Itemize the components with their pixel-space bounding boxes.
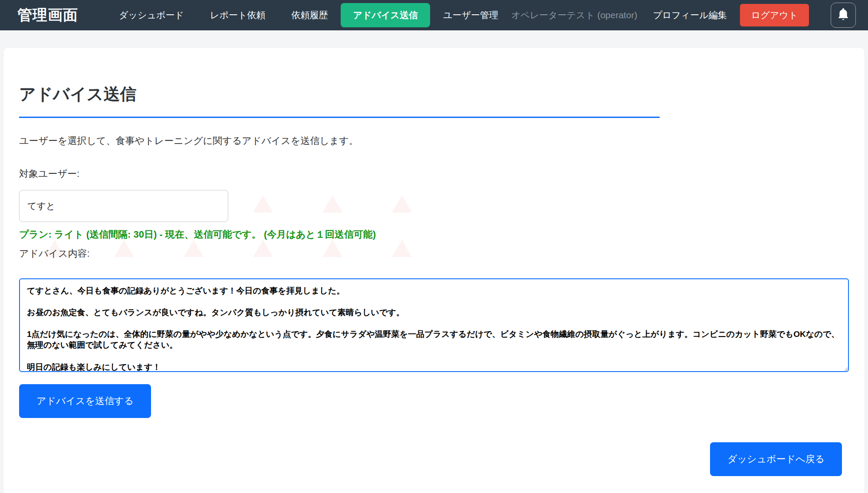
app-title: 管理画面 bbox=[17, 5, 78, 25]
advice-content-label: アドバイス内容: bbox=[19, 247, 849, 260]
page-description: ユーザーを選択して、食事やトレーニングに関するアドバイスを送信します。 bbox=[19, 134, 849, 147]
nav-item-advice-send[interactable]: アドバイス送信 bbox=[341, 3, 430, 27]
notifications-button[interactable] bbox=[831, 3, 856, 28]
nav-item-user-management[interactable]: ユーザー管理 bbox=[430, 4, 511, 26]
logged-in-user: オペレーターテスト (operator) bbox=[511, 9, 637, 21]
back-button-row: ダッシュボードへ戻る bbox=[19, 442, 849, 476]
logout-button[interactable]: ログアウト bbox=[740, 4, 809, 26]
main-nav: ダッシュボード レポート依頼 依頼履歴 アドバイス送信 ユーザー管理 bbox=[106, 3, 511, 27]
title-underline bbox=[19, 117, 660, 118]
advice-form-card: アドバイス送信 ユーザーを選択して、食事やトレーニングに関するアドバイスを送信し… bbox=[3, 48, 865, 493]
profile-edit-link[interactable]: プロフィール編集 bbox=[653, 9, 727, 21]
nav-item-report-request[interactable]: レポート依頼 bbox=[197, 4, 278, 26]
target-user-label: 対象ユーザー: bbox=[19, 167, 849, 180]
send-button-row: アドバイスを送信する bbox=[19, 384, 849, 418]
plan-status-message: プラン: ライト (送信間隔: 30日) - 現在、送信可能です。 (今月はあと… bbox=[19, 228, 849, 241]
nav-item-request-history[interactable]: 依頼履歴 bbox=[278, 4, 341, 26]
advice-textarea[interactable]: てすとさん、今日も食事の記録ありがとうございます！今日の食事を拝見しました。 お… bbox=[19, 278, 849, 372]
bell-icon bbox=[837, 7, 850, 23]
page-title: アドバイス送信 bbox=[19, 83, 849, 105]
target-user-select[interactable]: てすと bbox=[19, 190, 228, 222]
top-navbar: 管理画面 ダッシュボード レポート依頼 依頼履歴 アドバイス送信 ユーザー管理 … bbox=[0, 0, 868, 30]
back-to-dashboard-button[interactable]: ダッシュボードへ戻る bbox=[710, 442, 842, 476]
send-advice-button[interactable]: アドバイスを送信する bbox=[19, 384, 151, 418]
nav-item-dashboard[interactable]: ダッシュボード bbox=[106, 4, 197, 26]
navbar-right-group: オペレーターテスト (operator) プロフィール編集 ログアウト bbox=[511, 3, 856, 28]
